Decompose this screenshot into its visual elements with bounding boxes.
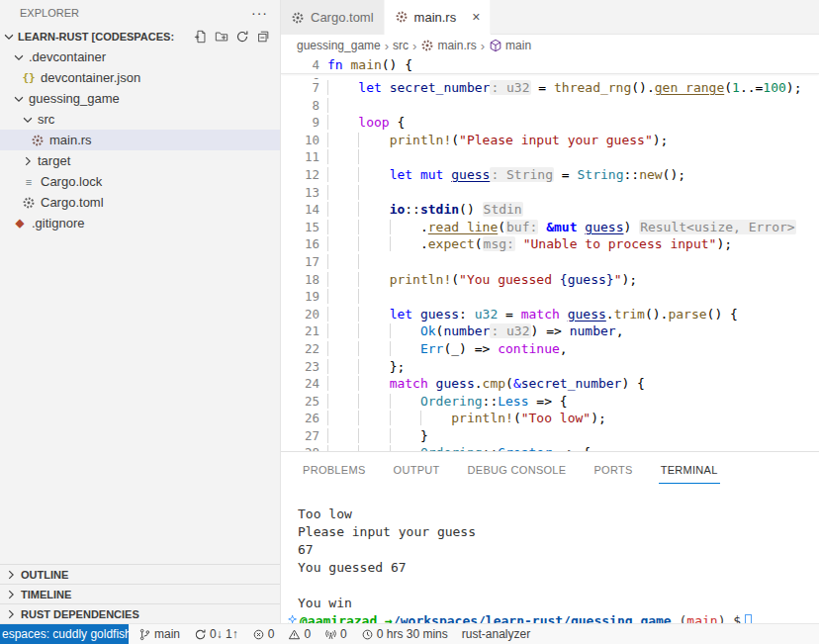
code-line[interactable]: 12 let mut guess: String = String::new()… <box>281 166 819 184</box>
panel-tab-terminal[interactable]: TERMINAL <box>659 455 720 484</box>
breadcrumb-item-src[interactable]: src <box>393 39 409 52</box>
code-line[interactable]: 14 io::stdin() Stdin <box>281 201 819 219</box>
sidebar-section-timeline[interactable]: TIMELINE <box>0 584 280 603</box>
indent-guide <box>358 149 389 164</box>
status-item-label: 0 <box>340 627 347 641</box>
code-line[interactable]: 17 <box>281 253 819 271</box>
code-line[interactable]: 23 }; <box>281 358 819 376</box>
code-line-content: loop { <box>319 114 405 132</box>
tree-item-cargo-lock[interactable]: ≡Cargo.lock <box>0 171 280 192</box>
line-number: 22 <box>281 340 319 358</box>
breadcrumb-item-main-rs[interactable]: main.rs <box>420 39 476 52</box>
status-errors[interactable]: 0 <box>252 627 275 641</box>
tree-item-label: src <box>38 112 54 127</box>
sidebar-bottom-sections: OUTLINETIMELINERUST DEPENDENCIES <box>0 564 280 623</box>
indent-guide <box>420 411 451 425</box>
tree-item-main-rs[interactable]: main.rs <box>0 130 280 150</box>
code-line[interactable]: 19 <box>281 288 819 306</box>
code-editor[interactable]: 4fn main() { 6 7 let secret_number: u32 … <box>281 56 819 451</box>
code-line[interactable]: 7 let secret_number: u32 = thread_rng().… <box>281 79 819 97</box>
tree-item-gitignore[interactable]: ◆.gitignore <box>0 213 280 233</box>
indent-guide <box>327 80 358 95</box>
code-line[interactable]: 27 } <box>281 427 819 445</box>
tree-item-cargo-toml[interactable]: Cargo.toml <box>0 192 280 213</box>
code-line[interactable]: 20 let guess: u32 = match guess.trim().p… <box>281 306 819 323</box>
new-folder-icon[interactable] <box>215 30 228 44</box>
tab-cargo-toml[interactable]: Cargo.toml <box>281 0 385 35</box>
indent-guide <box>327 236 358 251</box>
status-item-label: 0↓ 1↑ <box>210 627 238 641</box>
line-number: 25 <box>281 393 319 411</box>
tree-item-target[interactable]: target <box>0 150 280 171</box>
tree-item-label: Cargo.toml <box>41 195 104 210</box>
collapse-all-icon[interactable] <box>256 30 270 44</box>
status-item-label: 0 <box>304 627 311 641</box>
tree-item-guessing-game[interactable]: guessing_game <box>0 88 280 109</box>
tree-item-devcontainer-json[interactable]: {}devcontainer.json <box>0 67 280 88</box>
indent-guide <box>390 394 420 409</box>
code-line-content: let guess: u32 = match guess.trim().pars… <box>319 306 738 323</box>
tree-item-label: .gitignore <box>32 216 84 230</box>
refresh-icon[interactable] <box>235 30 249 44</box>
status-warnings[interactable]: 0 <box>288 627 311 641</box>
bottom-panel: PROBLEMSOUTPUTDEBUG CONSOLEPORTSTERMINAL… <box>281 451 819 623</box>
code-line[interactable]: 16 .expect(msg: "Unable to process input… <box>281 235 819 253</box>
code-line[interactable]: 22 Err(_) => continue, <box>281 340 819 358</box>
tab-main-rs[interactable]: main.rs× <box>385 0 492 35</box>
line-number: 11 <box>281 148 319 166</box>
line-number: 14 <box>281 201 319 219</box>
code-line[interactable]: 13 <box>281 184 819 202</box>
breadcrumb-item-guessing-game[interactable]: guessing_game <box>297 39 381 52</box>
tree-item-devcontainer[interactable]: .devcontainer <box>0 46 280 67</box>
status-sync[interactable]: 0↓ 1↑ <box>194 627 238 641</box>
status-rust-analyzer[interactable]: rust-analyzer <box>462 627 530 641</box>
code-line[interactable]: 8 <box>281 97 819 115</box>
code-line-content: .read_line(buf: &mut guess) Result<usize… <box>319 219 796 236</box>
indent-guide <box>327 185 358 200</box>
indent-guide <box>390 236 420 251</box>
code-line[interactable]: 21 Ok(number: u32) => number, <box>281 322 819 340</box>
sidebar-section-outline[interactable]: OUTLINE <box>0 564 280 584</box>
terminal-line: 67 <box>298 541 819 559</box>
code-line-content: fn main() { <box>319 56 412 73</box>
indent-guide <box>358 272 389 287</box>
indent-guide <box>358 202 389 217</box>
status-ports[interactable]: 0 <box>324 627 347 641</box>
close-icon[interactable]: × <box>472 9 480 25</box>
breadcrumb-item-main[interactable]: main <box>489 39 531 52</box>
code-line[interactable]: 26 println!("Too low"); <box>281 410 819 427</box>
remote-indicator[interactable]: espaces: cuddly goldfish <box>0 624 129 644</box>
vscode-window: EXPLORER ··· LEARN-RUST [CODESPACES: CU.… <box>0 0 819 644</box>
panel-tab-ports[interactable]: PORTS <box>592 455 634 483</box>
panel-tab-problems[interactable]: PROBLEMS <box>301 455 368 483</box>
code-line[interactable]: 15 .read_line(buf: &mut guess) Result<us… <box>281 219 819 236</box>
code-line[interactable]: 9 loop { <box>281 114 819 132</box>
workspace-section-header[interactable]: LEARN-RUST [CODESPACES: CU... <box>0 26 280 46</box>
code-line[interactable]: 11 <box>281 148 819 166</box>
status-branch[interactable]: main <box>138 627 180 641</box>
terminal[interactable]: Too lowPlease input your guess67You gues… <box>281 506 819 623</box>
more-actions-icon[interactable]: ··· <box>251 5 268 21</box>
code-line[interactable]: 18 println!("You guessed {guess}"); <box>281 271 819 289</box>
indent-guide <box>358 220 389 234</box>
indent-guide <box>327 428 358 443</box>
status-codespace-time[interactable]: 0 hrs 30 mins <box>361 627 448 641</box>
indent-guide <box>327 289 358 304</box>
sidebar-section-rust-dependencies[interactable]: RUST DEPENDENCIES <box>0 603 280 623</box>
panel-tab-debug-console[interactable]: DEBUG CONSOLE <box>466 455 569 483</box>
line-number: 12 <box>281 166 319 184</box>
sidebar-section-label: RUST DEPENDENCIES <box>21 608 139 620</box>
explorer-title-row: EXPLORER ··· <box>0 0 280 26</box>
code-line[interactable]: 24 match guess.cmp(&secret_number) { <box>281 375 819 393</box>
status-items: main0↓ 1↑0000 hrs 30 minsrust-analyzer <box>138 627 530 641</box>
code-line[interactable]: 10 println!("Please input your guess"); <box>281 132 819 149</box>
sticky-scroll-line[interactable]: 4fn main() { <box>281 56 819 74</box>
panel-tab-output[interactable]: OUTPUT <box>392 455 442 483</box>
indent-guide <box>358 394 389 409</box>
code-line[interactable]: 4fn main() { <box>281 56 819 73</box>
code-line[interactable]: 25 Ordering::Less => { <box>281 393 819 411</box>
code-line-content: } <box>319 427 428 445</box>
new-file-icon[interactable] <box>194 30 208 44</box>
status-item-label: rust-analyzer <box>462 627 530 641</box>
tree-item-src[interactable]: src <box>0 109 280 130</box>
